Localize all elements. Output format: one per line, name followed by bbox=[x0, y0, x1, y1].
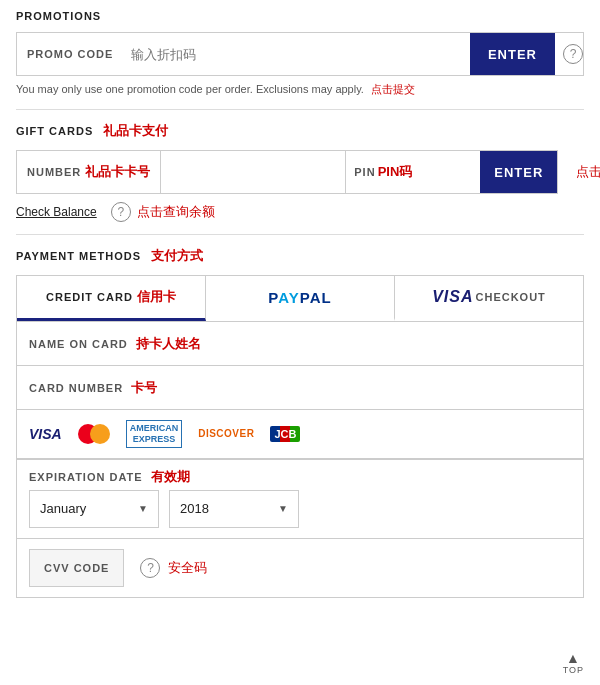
tab-paypal[interactable]: PayPal bbox=[206, 276, 395, 321]
giftcards-section: GIFT CARDS 礼品卡支付 NUMBER 礼品卡卡号 PIN PIN码 bbox=[16, 122, 584, 222]
gc-pin-section: PIN PIN码 ENTER bbox=[345, 151, 557, 193]
divider-1 bbox=[16, 109, 584, 110]
expiry-section: EXPIRATION DATE 有效期 January February Mar… bbox=[16, 460, 584, 539]
check-balance-cn: 点击查询余额 bbox=[137, 203, 215, 221]
name-on-card-input[interactable] bbox=[211, 336, 571, 351]
promo-note: You may only use one promotion code per … bbox=[16, 82, 584, 97]
mastercard-logo bbox=[78, 424, 110, 444]
check-balance-link[interactable]: Check Balance bbox=[16, 205, 97, 219]
promo-code-input[interactable] bbox=[123, 33, 470, 75]
gc-enter-button[interactable]: ENTER bbox=[480, 151, 557, 193]
expiry-label: EXPIRATION DATE 有效期 bbox=[16, 460, 584, 490]
top-arrow-icon: ▲ bbox=[566, 651, 581, 665]
month-select[interactable]: January February March April May June Ju… bbox=[40, 501, 134, 516]
tab-visa-checkout[interactable]: VISA Checkout bbox=[395, 276, 583, 321]
gc-pin-label: PIN PIN码 bbox=[346, 151, 420, 193]
back-to-top-button[interactable]: ▲ TOP bbox=[563, 651, 584, 675]
month-chevron-icon: ▼ bbox=[138, 503, 148, 514]
amex-logo: AMERICANEXPRESS bbox=[126, 420, 183, 448]
month-select-wrap: January February March April May June Ju… bbox=[29, 490, 159, 528]
payment-tabs: CREDIT CARD 信用卡 PayPal VISA Checkout bbox=[16, 275, 584, 322]
tab-credit-label-cn: 信用卡 bbox=[137, 288, 176, 306]
payment-title: PAYMENT METHODS 支付方式 bbox=[16, 247, 584, 265]
name-on-card-label: NAME ON CARD 持卡人姓名 bbox=[29, 335, 201, 353]
card-logos-row: VISA AMERICANEXPRESS DISCOVER bbox=[17, 410, 583, 459]
year-select-wrap: 2018 2019 2020 2021 2022 2023 2024 2025 … bbox=[169, 490, 299, 528]
promotions-title: PROMOTIONS bbox=[16, 10, 584, 22]
jcb-logo: JCB bbox=[270, 426, 300, 442]
gc-number-label: NUMBER 礼品卡卡号 bbox=[17, 151, 161, 193]
gc-pin-input[interactable] bbox=[420, 151, 480, 193]
promotions-section: PROMOTIONS PROMO CODE ENTER ? You may on… bbox=[16, 10, 584, 97]
year-chevron-icon: ▼ bbox=[278, 503, 288, 514]
gc-submit-cn: 点击提交 bbox=[576, 163, 600, 181]
promo-input-row: PROMO CODE ENTER ? bbox=[16, 32, 584, 76]
giftcard-input-row: NUMBER 礼品卡卡号 PIN PIN码 ENTER bbox=[16, 150, 558, 194]
name-on-card-row: NAME ON CARD 持卡人姓名 bbox=[17, 322, 583, 366]
check-balance-row: Check Balance ? 点击查询余额 bbox=[16, 202, 584, 222]
top-label: TOP bbox=[563, 665, 584, 675]
promotions-title-text: PROMOTIONS bbox=[16, 10, 101, 22]
year-select[interactable]: 2018 2019 2020 2021 2022 2023 2024 2025 bbox=[180, 501, 274, 516]
promo-code-label: PROMO CODE bbox=[17, 33, 123, 75]
card-number-row: CARD NUMBER 卡号 bbox=[17, 366, 583, 410]
promo-help-icon[interactable]: ? bbox=[563, 44, 583, 64]
cvv-label-cn: 安全码 bbox=[168, 559, 207, 577]
payment-section: PAYMENT METHODS 支付方式 CREDIT CARD 信用卡 Pay… bbox=[16, 247, 584, 598]
card-form: NAME ON CARD 持卡人姓名 CARD NUMBER 卡号 bbox=[16, 322, 584, 460]
visa-card-logo: VISA bbox=[29, 426, 62, 442]
paypal-logo: PayPal bbox=[268, 289, 331, 306]
giftcards-title: GIFT CARDS 礼品卡支付 bbox=[16, 122, 584, 140]
discover-logo: DISCOVER bbox=[198, 428, 254, 439]
cvv-label-box: CVV CODE bbox=[29, 549, 124, 587]
check-balance-help-icon[interactable]: ? bbox=[111, 202, 131, 222]
cvv-help-icon[interactable]: ? bbox=[140, 558, 160, 578]
card-number-input[interactable] bbox=[167, 380, 571, 395]
divider-2 bbox=[16, 234, 584, 235]
tab-credit-label: CREDIT CARD bbox=[46, 291, 133, 303]
expiry-selects: January February March April May June Ju… bbox=[16, 490, 584, 539]
visa-checkout-logo: VISA Checkout bbox=[432, 288, 546, 306]
cvv-section: CVV CODE ? 安全码 bbox=[16, 539, 584, 598]
tab-credit-card[interactable]: CREDIT CARD 信用卡 bbox=[17, 276, 206, 321]
gc-number-input[interactable] bbox=[161, 151, 345, 193]
card-number-label: CARD NUMBER 卡号 bbox=[29, 379, 157, 397]
promo-enter-button[interactable]: ENTER bbox=[470, 33, 555, 75]
